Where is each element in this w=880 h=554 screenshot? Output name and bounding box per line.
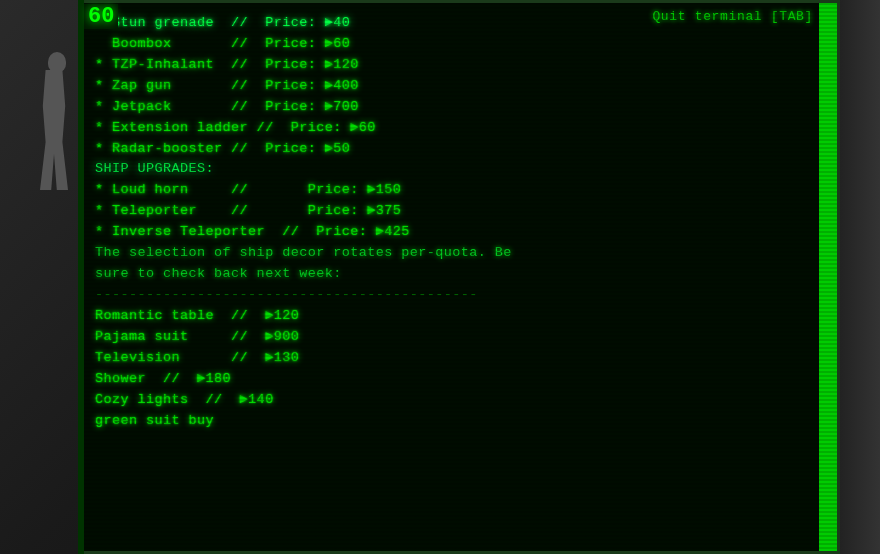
terminal-screen: Quit terminal [TAB] * Stun grenade // Pr… bbox=[80, 0, 840, 554]
quit-terminal-label[interactable]: Quit terminal [TAB] bbox=[652, 9, 813, 24]
terminal-content: * Stun grenade // Price: ►40 Boombox // … bbox=[95, 11, 825, 431]
terminal-line: Television // ►130 bbox=[95, 348, 825, 369]
terminal-line: * Jetpack // Price: ►700 bbox=[95, 97, 825, 118]
terminal-line: * Extension ladder // Price: ►60 bbox=[95, 118, 825, 139]
silhouette-head bbox=[48, 52, 66, 72]
terminal-line: Pajama suit // ►900 bbox=[95, 327, 825, 348]
silhouette-body bbox=[40, 70, 68, 190]
terminal-line: green suit buy bbox=[95, 411, 825, 432]
terminal-line: * Teleporter // Price: ►375 bbox=[95, 201, 825, 222]
screen-container: 60 Quit terminal [TAB] * Stun grenade //… bbox=[0, 0, 880, 554]
terminal-line: * TZP-Inhalant // Price: ►120 bbox=[95, 55, 825, 76]
terminal-line: SHIP UPGRADES: bbox=[95, 159, 825, 180]
terminal-line: * Radar-booster // Price: ►50 bbox=[95, 139, 825, 160]
terminal-line: * Zap gun // Price: ►400 bbox=[95, 76, 825, 97]
terminal-line: Cozy lights // ►140 bbox=[95, 390, 825, 411]
terminal-line: Boombox // Price: ►60 bbox=[95, 34, 825, 55]
right-green-bar bbox=[819, 3, 837, 551]
credit-badge: 60 bbox=[84, 4, 118, 29]
terminal-line: * Loud horn // Price: ►150 bbox=[95, 180, 825, 201]
character-silhouette bbox=[30, 50, 80, 230]
left-accent-bar bbox=[78, 0, 84, 554]
terminal-line: Romantic table // ►120 bbox=[95, 306, 825, 327]
terminal-line: sure to check back next week: bbox=[95, 264, 825, 285]
terminal-line: ----------------------------------------… bbox=[95, 285, 825, 306]
terminal-line: The selection of ship decor rotates per-… bbox=[95, 243, 825, 264]
terminal-line: * Inverse Teleporter // Price: ►425 bbox=[95, 222, 825, 243]
terminal-line: Shower // ►180 bbox=[95, 369, 825, 390]
